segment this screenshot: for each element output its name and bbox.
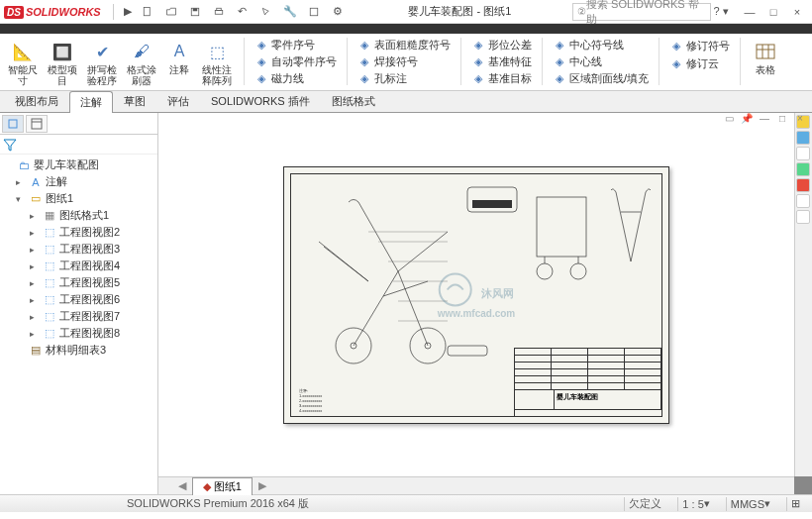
tree-item-0[interactable]: ▸▦图纸格式1 xyxy=(2,207,155,224)
status-bar: SOLIDWORKS Premium 2016 x64 版 欠定义 1 : 5 … xyxy=(0,494,812,512)
tree-annotations[interactable]: ▸A注解 xyxy=(2,173,155,190)
doc-pin-icon[interactable]: 📌 xyxy=(739,111,755,125)
tree-item-1[interactable]: ▸⬚工程图视图2 xyxy=(2,224,155,241)
feature-tree-tab[interactable] xyxy=(2,115,24,133)
doc-close-button[interactable]: × xyxy=(792,111,808,125)
svg-rect-1 xyxy=(191,8,199,16)
ribbon-big-2[interactable]: ✔拼写检验程序 xyxy=(85,38,119,88)
tree-item-5[interactable]: ▸⬚工程图视图6 xyxy=(2,291,155,308)
feature-manager-panel: 🗀婴儿车装配图▸A注解▾▭图纸1▸▦图纸格式1▸⬚工程图视图2▸⬚工程图视图3▸… xyxy=(0,113,158,494)
tree-item-3[interactable]: ▸⬚工程图视图4 xyxy=(2,258,155,274)
command-tab-0[interactable]: 视图布局 xyxy=(4,90,69,112)
tree-item-7[interactable]: ▸⬚工程图视图8 xyxy=(2,325,155,342)
status-icon[interactable]: ⊞ xyxy=(786,497,804,511)
svg-rect-0 xyxy=(144,7,150,15)
settings-icon[interactable]: ⚙ xyxy=(328,3,348,21)
rebuild-icon[interactable]: 🔧 xyxy=(280,3,300,21)
quick-access-toolbar: ↶ 🔧 ⚙ xyxy=(138,3,348,21)
svg-rect-6 xyxy=(757,45,774,58)
ribbon-col4-1[interactable]: ◈中心线 xyxy=(553,54,649,69)
svg-rect-10 xyxy=(9,120,17,128)
close-button[interactable]: × xyxy=(786,4,808,20)
help-search-input[interactable]: ② 搜索 SOLIDWORKS 帮助 xyxy=(572,3,711,21)
command-tab-3[interactable]: 评估 xyxy=(156,90,200,112)
command-tab-5[interactable]: 图纸格式 xyxy=(321,90,386,112)
resources-icon[interactable] xyxy=(796,131,810,145)
select-icon[interactable] xyxy=(256,3,276,21)
ribbon-big-1[interactable]: 🔲模型项目 xyxy=(46,38,79,88)
help-dropdown-icon[interactable]: ? ▾ xyxy=(711,3,731,21)
drawing-sheet[interactable]: 沐风网 www.mfcad.com 婴儿车装配图 注释:1.xxxxxxxxxx… xyxy=(283,166,669,424)
triangle-icon[interactable]: ▶ xyxy=(118,3,138,21)
svg-rect-5 xyxy=(310,8,318,16)
properties-icon[interactable] xyxy=(796,210,810,224)
ribbon-col5-1[interactable]: ◈修订云 xyxy=(669,55,730,71)
ribbon-col1-2[interactable]: ◈磁力线 xyxy=(254,71,337,86)
open-icon[interactable] xyxy=(161,3,181,21)
ribbon-big-0[interactable]: 📐智能尺寸 xyxy=(6,38,40,88)
maximize-button[interactable]: □ xyxy=(762,4,784,20)
ribbon-col1-1[interactable]: ◈自动零件序号 xyxy=(254,54,337,69)
ribbon-col3-2[interactable]: ◈基准目标 xyxy=(471,71,532,86)
document-title: 婴儿车装配图 - 图纸1 xyxy=(348,4,572,19)
ribbon-big-5[interactable]: ⬚线性注释阵列 xyxy=(200,38,234,88)
ribbon-col2-2[interactable]: ◈孔标注 xyxy=(357,71,451,86)
doc-maximize-button[interactable]: □ xyxy=(774,111,790,125)
drawing-canvas-area: 沐风网 www.mfcad.com 婴儿车装配图 注释:1.xxxxxxxxxx… xyxy=(158,113,812,494)
status-units[interactable]: MMGS ▾ xyxy=(726,497,774,511)
panel-tab-strip xyxy=(0,113,157,135)
ribbon-col2-1[interactable]: ◈焊接符号 xyxy=(357,54,451,69)
ribbon-big-3[interactable]: 🖌格式涂刷器 xyxy=(125,38,158,88)
ribbon-col4-2[interactable]: ◈区域剖面线/填充 xyxy=(553,71,649,86)
task-pane-toolbar xyxy=(794,113,812,476)
title-block: 婴儿车装配图 xyxy=(514,348,662,417)
view-palette-icon[interactable] xyxy=(796,178,810,192)
status-define: 欠定义 xyxy=(624,497,665,511)
ribbon-col2-0[interactable]: ◈表面粗糙度符号 xyxy=(357,38,451,52)
ribbon-col5-0[interactable]: ◈修订符号 xyxy=(669,38,730,53)
tree-item-4[interactable]: ▸⬚工程图视图5 xyxy=(2,274,155,291)
print-icon[interactable] xyxy=(209,3,229,21)
sheet-nav-left[interactable]: ◀ xyxy=(178,479,186,492)
tables-button[interactable]: 表格 xyxy=(751,38,780,86)
tree-sheet[interactable]: ▾▭图纸1 xyxy=(2,190,155,207)
app-logo: DSSOLIDWORKS xyxy=(4,4,101,19)
sheet-tab-bar: ◀ ◆ 图纸1 ▶ xyxy=(158,476,794,494)
ribbon-col3-1[interactable]: ◈基准特征 xyxy=(471,54,532,69)
library-icon[interactable] xyxy=(796,147,810,160)
tree-bom[interactable]: ▤材料明细表3 xyxy=(2,342,155,359)
new-icon[interactable] xyxy=(138,3,157,21)
filter-bar[interactable] xyxy=(0,135,157,155)
canvas-viewport[interactable]: 沐风网 www.mfcad.com 婴儿车装配图 注释:1.xxxxxxxxxx… xyxy=(158,113,794,476)
ribbon-col3-0[interactable]: ◈形位公差 xyxy=(471,38,532,52)
status-scale[interactable]: 1 : 5 ▾ xyxy=(677,497,713,511)
tree-item-2[interactable]: ▸⬚工程图视图3 xyxy=(2,241,155,258)
main-area: 🗀婴儿车装配图▸A注解▾▭图纸1▸▦图纸格式1▸⬚工程图视图2▸⬚工程图视图3▸… xyxy=(0,113,812,494)
svg-rect-4 xyxy=(216,8,221,10)
version-label: SOLIDWORKS Premium 2016 x64 版 xyxy=(8,496,624,511)
explorer-icon[interactable] xyxy=(796,162,810,176)
tree-item-6[interactable]: ▸⬚工程图视图7 xyxy=(2,308,155,325)
sheet-tab-1[interactable]: ◆ 图纸1 xyxy=(192,477,253,495)
ribbon-big-4[interactable]: A注释 xyxy=(164,38,194,77)
document-window-controls: ▭ 📌 — □ × xyxy=(721,111,808,125)
ribbon-col4-0[interactable]: ◈中心符号线 xyxy=(553,38,649,52)
save-icon[interactable] xyxy=(185,3,205,21)
options-icon[interactable] xyxy=(304,3,324,21)
appearances-icon[interactable] xyxy=(796,194,810,208)
ribbon-col1-0[interactable]: ◈零件序号 xyxy=(254,38,337,52)
command-tab-1[interactable]: 注解 xyxy=(69,91,113,113)
command-tab-bar: 视图布局注解草图评估SOLIDWORKS 插件图纸格式 xyxy=(0,91,812,113)
doc-minimize-button[interactable]: — xyxy=(757,111,772,125)
undo-icon[interactable]: ↶ xyxy=(233,3,253,21)
svg-rect-2 xyxy=(192,8,197,11)
doc-ribbon-icon[interactable]: ▭ xyxy=(721,111,737,125)
command-tab-4[interactable]: SOLIDWORKS 插件 xyxy=(200,90,321,112)
sheet-add-icon[interactable]: ▶ xyxy=(258,479,266,492)
titlebar: DSSOLIDWORKS ▶ ↶ 🔧 ⚙ 婴儿车装配图 - 图纸1 ② 搜索 S… xyxy=(0,0,812,24)
command-tab-2[interactable]: 草图 xyxy=(113,90,156,112)
minimize-button[interactable]: — xyxy=(739,4,761,20)
tree-root[interactable]: 🗀婴儿车装配图 xyxy=(2,156,155,173)
property-tab[interactable] xyxy=(26,115,48,133)
feature-tree: 🗀婴儿车装配图▸A注解▾▭图纸1▸▦图纸格式1▸⬚工程图视图2▸⬚工程图视图3▸… xyxy=(0,155,157,494)
